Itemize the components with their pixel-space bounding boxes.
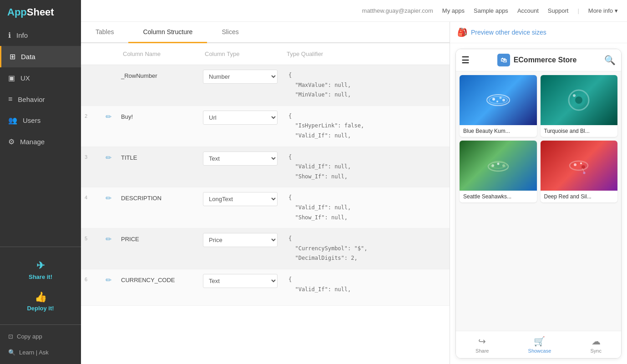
sidebar-item-data[interactable]: ⊞ Data (0, 46, 81, 67)
tab-column-structure[interactable]: Column Structure (128, 22, 207, 43)
product-card-2[interactable]: Turquoise and Bl... (541, 75, 618, 137)
header-edit (99, 43, 117, 65)
ux-icon: ▣ (8, 74, 15, 82)
row-number-0 (81, 65, 99, 72)
users-icon: 👥 (8, 116, 17, 125)
table-row: 3 ✏ TITLE TextNumber UrlLongTextPrice { … (81, 147, 450, 188)
edit-button-4[interactable]: ✏ (104, 233, 113, 245)
row-edit-4[interactable]: ✏ (99, 228, 117, 250)
header-col-name: Column Name (117, 43, 199, 65)
deploy-label: Deploy it! (27, 305, 54, 312)
sidebar-item-ux[interactable]: ▣ UX (0, 67, 81, 89)
sidebar-label-info: Info (16, 31, 28, 39)
phone-app-title: 🛍 ECommerce Store (497, 54, 577, 66)
header-type-qualifier: Type Qualifier (281, 43, 450, 65)
col-type-price[interactable]: TextNumber UrlLongTextPrice (199, 228, 281, 252)
behavior-icon: ≡ (8, 95, 12, 103)
table-row: 4 ✏ DESCRIPTION TextNumber UrlLongTextPr… (81, 187, 450, 228)
row-edit-3[interactable]: ✏ (99, 187, 117, 209)
type-select-price[interactable]: TextNumber UrlLongTextPrice (203, 233, 278, 247)
col-type-description[interactable]: TextNumber UrlLongTextPrice (199, 187, 281, 211)
footer-sync-btn[interactable]: ☁ Sync (590, 336, 601, 354)
table-row: _RowNumber Number TextUrlLongText PriceD… (81, 65, 450, 106)
hamburger-icon[interactable]: ☰ (461, 55, 470, 66)
type-select-rownumber[interactable]: Number TextUrlLongText PriceDate (203, 70, 278, 84)
row-number-4: 5 (81, 228, 99, 241)
product-card-4[interactable]: Deep Red and Sil... (541, 141, 618, 202)
sidebar-label-ux: UX (20, 74, 30, 82)
manage-icon: ⚙ (8, 137, 15, 146)
sidebar-label-data: Data (21, 53, 35, 61)
account-link[interactable]: Account (517, 7, 539, 14)
type-select-buy[interactable]: NumberUrl TextLongTextPrice (203, 111, 278, 125)
header-num (81, 43, 99, 65)
edit-button-5[interactable]: ✏ (104, 274, 113, 286)
product-card-1[interactable]: Blue Beauty Kum... (460, 75, 537, 137)
phone-header: ☰ 🛍 ECommerce Store 🔍 (456, 49, 621, 71)
sidebar: AppSheet ℹ Info ⊞ Data ▣ UX ≡ Behavior 👥… (0, 0, 81, 364)
svg-point-13 (497, 163, 499, 165)
product-card-3[interactable]: Seattle Seahawks... (460, 141, 537, 202)
type-select-title[interactable]: TextNumber UrlLongTextPrice (203, 152, 278, 166)
share-icon: ✈ (36, 260, 45, 272)
sidebar-label-behavior: Behavior (18, 96, 45, 103)
sample-apps-link[interactable]: Sample apps (474, 7, 508, 14)
col-name-rownumber: _RowNumber (117, 65, 199, 86)
product-label-1: Blue Beauty Kum... (460, 125, 537, 137)
footer-showcase-btn[interactable]: 🛒 Showcase (528, 336, 551, 354)
search-icon[interactable]: 🔍 (604, 55, 616, 66)
qualifier-currency: { "Valid_If": null, (281, 269, 450, 300)
sidebar-nav: ℹ Info ⊞ Data ▣ UX ≡ Behavior 👥 Users ⚙ … (0, 25, 81, 247)
topbar: matthew.guay@zapier.com My apps Sample a… (81, 0, 627, 22)
footer-share-btn[interactable]: ↪ Share (475, 336, 489, 354)
learn-icon: 🔍 (8, 349, 15, 356)
edit-button-1[interactable]: ✏ (104, 111, 113, 123)
type-select-currency[interactable]: TextNumber UrlLongTextPrice (203, 274, 278, 288)
svg-point-2 (492, 98, 495, 101)
support-link[interactable]: Support (548, 7, 569, 14)
sidebar-links: ⊡ Copy app 🔍 Learn | Ask (0, 324, 81, 364)
deploy-action[interactable]: 👍 Deploy it! (0, 286, 81, 317)
row-number-5: 6 (81, 269, 99, 282)
sidebar-item-manage[interactable]: ⚙ Manage (0, 131, 81, 152)
sidebar-item-users[interactable]: 👥 Users (0, 110, 81, 131)
column-structure-table: Column Name Column Type Type Qualifier _… (81, 43, 450, 364)
qualifier-description: { "Valid_If": null, "Show_If": null, (281, 187, 450, 228)
copy-app-link[interactable]: ⊡ Copy app (0, 329, 81, 344)
sync-label: Sync (590, 348, 601, 354)
my-apps-link[interactable]: My apps (442, 7, 465, 14)
tab-tables[interactable]: Tables (81, 22, 128, 43)
showcase-icon: 🛒 (534, 336, 545, 347)
sidebar-item-behavior[interactable]: ≡ Behavior (0, 89, 81, 110)
tab-slices[interactable]: Slices (207, 22, 253, 43)
share-label: Share it! (29, 273, 52, 280)
user-email: matthew.guay@zapier.com (362, 7, 433, 14)
edit-button-3[interactable]: ✏ (104, 192, 113, 204)
separator: | (577, 7, 579, 14)
sidebar-label-manage: Manage (20, 138, 45, 146)
showcase-label: Showcase (528, 348, 551, 354)
more-info-button[interactable]: More info ▾ (588, 7, 618, 14)
share-footer-label: Share (475, 348, 489, 354)
product-image-4 (541, 141, 618, 191)
col-name-description: DESCRIPTION (117, 187, 199, 209)
row-edit-5[interactable]: ✏ (99, 269, 117, 291)
svg-point-4 (496, 101, 498, 102)
svg-point-3 (499, 97, 501, 99)
col-type-currency[interactable]: TextNumber UrlLongTextPrice (199, 269, 281, 293)
svg-point-20 (583, 172, 586, 174)
preview-icon: 🎒 (457, 27, 467, 37)
col-type-title[interactable]: TextNumber UrlLongTextPrice (199, 147, 281, 170)
share-action[interactable]: ✈ Share it! (0, 254, 81, 286)
header-col-type: Column Type (199, 43, 281, 65)
row-edit-2[interactable]: ✏ (99, 147, 117, 168)
type-select-description[interactable]: TextNumber UrlLongTextPrice (203, 192, 278, 206)
col-type-rownumber[interactable]: Number TextUrlLongText PriceDate (199, 65, 281, 88)
learn-ask-link[interactable]: 🔍 Learn | Ask (0, 344, 81, 360)
col-type-buy[interactable]: NumberUrl TextLongTextPrice (199, 106, 281, 129)
col-name-buy: Buy! (117, 106, 199, 127)
sidebar-item-info[interactable]: ℹ Info (0, 25, 81, 46)
copy-icon: ⊡ (8, 333, 13, 340)
edit-button-2[interactable]: ✏ (104, 152, 113, 164)
row-edit-1[interactable]: ✏ (99, 106, 117, 127)
